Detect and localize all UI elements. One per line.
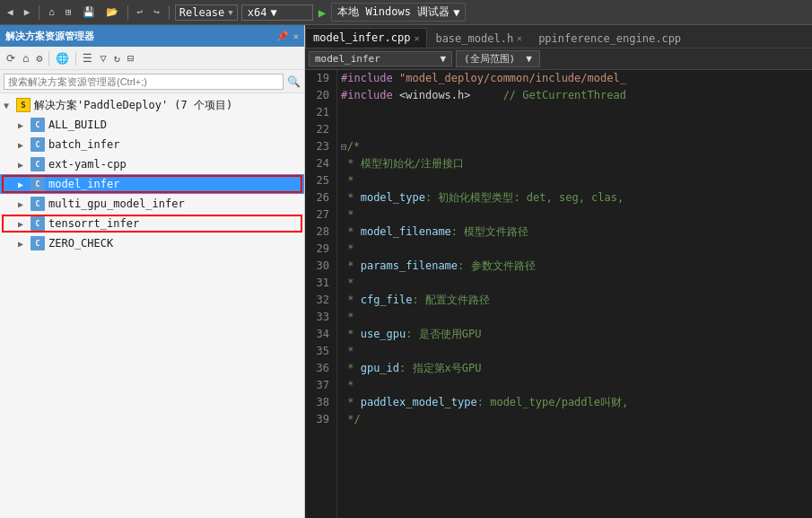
toolbar-undo[interactable]: ↩: [134, 4, 147, 20]
close-icon[interactable]: ✕: [292, 31, 299, 42]
batchinfer-icon: C: [31, 137, 45, 152]
code-line-27: *: [341, 206, 808, 224]
zerocheck-icon: C: [31, 236, 45, 250]
line-num-30: 30: [312, 258, 329, 275]
modelinfer-label: model_infer: [48, 178, 119, 190]
scope-label: (全局范围): [464, 52, 515, 66]
line-num-27: 27: [312, 206, 329, 224]
toolbar-collapse-btn[interactable]: ⊟: [125, 51, 136, 66]
pin-icon[interactable]: 📌: [276, 31, 289, 42]
tree-item-tensorrt_infer[interactable]: ▶ C tensorrt_infer ←: [0, 214, 304, 233]
toolbar-open[interactable]: 📂: [102, 4, 122, 20]
main-layout: 解决方案资源管理器 📌 ✕ ⟳ ⌂ ⚙ 🌐 ☰ ▽ ↻ ⊟ 🔍 ▼: [0, 25, 812, 518]
solution-explorer-panel: 解决方案资源管理器 📌 ✕ ⟳ ⌂ ⚙ 🌐 ☰ ▽ ↻ ⊟ 🔍 ▼: [0, 25, 305, 518]
line-num-19: 19: [312, 70, 329, 87]
build-config-label: Release: [179, 6, 225, 19]
code-line-29: *: [341, 241, 808, 258]
line-num-32: 32: [312, 292, 329, 309]
extyaml-arrow: ▶: [18, 160, 29, 170]
solution-tree: ▼ S 解决方案'PaddleDeploy' (7 个项目) ▶ C ALL_B…: [0, 93, 304, 518]
toolbar-save[interactable]: 💾: [79, 4, 99, 20]
tab-base_model_h[interactable]: base_model.h ✕: [427, 28, 530, 48]
tree-item-ALL_BUILD[interactable]: ▶ C ALL_BUILD: [0, 115, 304, 135]
toolbar-nav-back[interactable]: ◀: [4, 4, 17, 20]
batchinfer-arrow: ▶: [18, 140, 29, 150]
solution-icon: S: [16, 98, 31, 112]
solution-root-item[interactable]: ▼ S 解决方案'PaddleDeploy' (7 个项目): [0, 95, 304, 115]
tree-item-multi_gpu_model_infer[interactable]: ▶ C multi_gpu_model_infer: [0, 194, 304, 214]
file-path-label: model_infer: [315, 53, 380, 65]
line-numbers: 19 20 21 22 23 24 25 26 27 28 29 30 31 3…: [305, 70, 337, 518]
panel-toolbar: ⟳ ⌂ ⚙ 🌐 ☰ ▽ ↻ ⊟: [0, 47, 304, 70]
debug-dropdown[interactable]: 本地 Windows 调试器 ▼: [331, 3, 466, 22]
run-button[interactable]: ▶: [317, 5, 327, 20]
multigpu-arrow: ▶: [18, 199, 29, 209]
top-toolbar: ◀ ▶ ⌂ ⊞ 💾 📂 ↩ ↪ Release ▼ x64 ▼ ▶ 本地 Win…: [0, 0, 812, 25]
line-num-26: 26: [312, 189, 329, 206]
line-num-33: 33: [312, 309, 329, 326]
fold-23[interactable]: ⊟: [341, 138, 347, 155]
toolbar-home-btn[interactable]: ⌂: [20, 51, 31, 66]
toolbar-globe-btn[interactable]: 🌐: [53, 51, 72, 66]
zerocheck-label: ZERO_CHECK: [48, 237, 113, 250]
toolbar-filter-btn[interactable]: ▽: [97, 51, 109, 66]
code-editor-panel: model_infer.cpp ✕ base_model.h ✕ ppinfer…: [305, 25, 812, 518]
file-path-dropdown[interactable]: model_infer ▼: [309, 51, 452, 66]
toolbar-separator-2: [127, 5, 128, 20]
toolbar-nav-fwd[interactable]: ▶: [21, 4, 34, 20]
zerocheck-arrow: ▶: [18, 239, 29, 249]
search-icon[interactable]: 🔍: [287, 75, 301, 88]
toolbar-sync-btn[interactable]: ⟳: [4, 51, 18, 66]
modelinfer-arrow: ▶: [18, 180, 29, 189]
build-config-dropdown[interactable]: Release ▼: [175, 4, 238, 21]
platform-dropdown[interactable]: x64 ▼: [241, 4, 313, 21]
panel-sep-1: [48, 51, 49, 66]
debug-arrow: ▼: [453, 6, 459, 19]
tensorrt-arrow: ▶: [18, 219, 29, 229]
code-line-20: #include <windows.h> // GetCurrentThread: [341, 87, 808, 104]
code-editor-area: 19 20 21 22 23 24 25 26 27 28 29 30 31 3…: [305, 70, 812, 518]
tree-item-ext-yaml-cpp[interactable]: ▶ C ext-yaml-cpp: [0, 154, 304, 174]
toolbar-separator-1: [39, 5, 39, 20]
code-line-22: [341, 121, 808, 138]
code-line-32: * cfg_file: 配置文件路径: [341, 292, 808, 309]
code-line-36: * gpu_id: 指定第x号GPU: [341, 360, 808, 377]
tab-model_infer_cpp-close[interactable]: ✕: [414, 33, 419, 43]
tab-ppinference_engine_cpp[interactable]: ppinference_engine.cpp: [530, 28, 689, 48]
tab-base_model_h-label: base_model.h: [435, 32, 513, 45]
search-input[interactable]: [4, 74, 284, 90]
code-content[interactable]: #include "model_deploy/common/include/mo…: [337, 70, 812, 518]
debug-label: 本地 Windows 调试器: [337, 4, 450, 20]
file-path-arrow: ▼: [440, 53, 446, 65]
line-num-20: 20: [312, 87, 329, 104]
code-line-31: *: [341, 275, 808, 292]
scope-dropdown[interactable]: (全局范围) ▼: [456, 50, 540, 67]
line-num-28: 28: [312, 224, 329, 241]
line-num-34: 34: [312, 326, 329, 343]
tensorrt-icon: C: [31, 216, 45, 231]
platform-arrow: ▼: [270, 6, 276, 19]
line-num-31: 31: [312, 275, 329, 292]
file-path-bar: model_infer ▼ (全局范围) ▼: [305, 48, 812, 70]
extyaml-label: ext-yaml-cpp: [48, 158, 127, 171]
tab-base_model_h-close[interactable]: ✕: [517, 33, 522, 43]
tree-item-ZERO_CHECK[interactable]: ▶ C ZERO_CHECK: [0, 233, 304, 253]
panel-header-icons: 📌 ✕: [276, 31, 299, 42]
tree-item-batch_infer[interactable]: ▶ C batch_infer: [0, 135, 304, 154]
toolbar-home[interactable]: ⌂: [45, 4, 58, 20]
line-num-21: 21: [312, 104, 329, 121]
toolbar-settings[interactable]: ⊞: [62, 4, 75, 20]
toolbar-redo[interactable]: ↪: [150, 4, 163, 20]
line-num-36: 36: [312, 360, 329, 377]
multigpu-icon: C: [31, 197, 45, 211]
toolbar-settings-btn[interactable]: ⚙: [33, 51, 45, 66]
platform-label: x64: [248, 6, 267, 19]
allbuild-icon: C: [31, 118, 45, 132]
line-num-39: 39: [312, 411, 329, 428]
toolbar-view-btn[interactable]: ☰: [80, 51, 95, 66]
toolbar-refresh-btn[interactable]: ↻: [111, 51, 123, 66]
code-line-39: */: [341, 411, 808, 428]
tab-model_infer_cpp[interactable]: model_infer.cpp ✕: [305, 28, 427, 48]
code-line-28: * model_filename: 模型文件路径: [341, 224, 808, 241]
tree-item-model_infer[interactable]: ▶ C model_infer ←: [0, 174, 304, 194]
